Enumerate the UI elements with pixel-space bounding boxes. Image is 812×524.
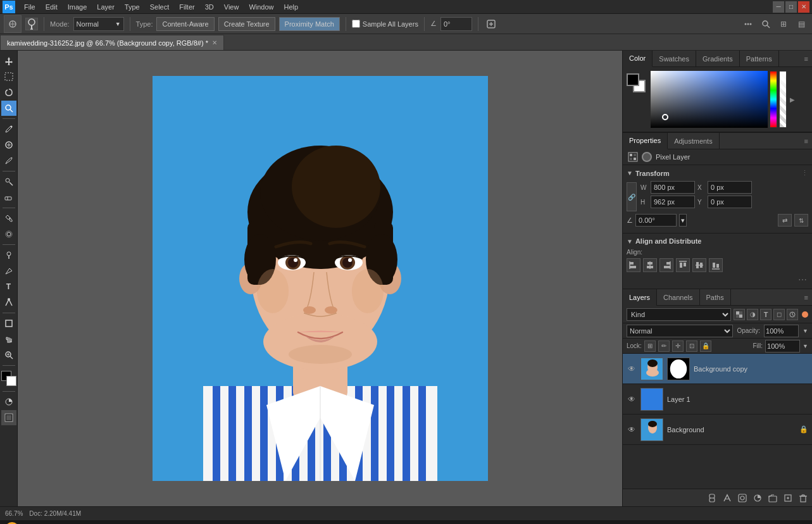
panels-toggle-button[interactable]: ⊞ [777,17,790,31]
layout-button[interactable]: ▤ [794,17,808,31]
x-input[interactable] [708,181,752,194]
tool-options-icon[interactable] [4,15,22,33]
properties-panel-more[interactable]: ≡ [801,133,812,149]
paint-bucket-tool[interactable] [1,211,16,226]
tab-adjustments[interactable]: Adjustments [668,133,720,149]
align-horizontal-centers[interactable] [643,258,657,272]
alpha-slider[interactable] [779,71,787,128]
align-more-icon[interactable]: ⋯ [627,275,808,285]
opacity-input[interactable] [764,325,799,337]
color-spectrum[interactable] [651,71,768,128]
screen-mode-button[interactable] [1,410,16,425]
flip-v-button[interactable]: ⇅ [794,214,808,227]
tab-swatches[interactable]: Swatches [653,51,696,67]
angle-input[interactable] [440,17,472,31]
color-swatches[interactable] [1,371,16,386]
layer-item-background[interactable]: 👁 Background 🔒 [623,415,812,445]
blend-mode-select[interactable]: Normal [627,325,733,337]
align-vertical-centers[interactable] [692,258,706,272]
lock-transparent-button[interactable]: ⊞ [644,340,656,352]
filter-kind-select[interactable]: Kind [627,308,731,321]
tab-close-icon[interactable]: ✕ [212,39,217,46]
height-input[interactable] [651,196,695,208]
add-mask-button[interactable] [736,492,749,504]
path-selection-tool[interactable] [1,295,16,310]
minimize-button[interactable]: ─ [773,1,784,13]
healing-brush-tool[interactable] [1,137,16,153]
color-panel-more[interactable]: ≡ [801,51,812,66]
menu-view[interactable]: View [219,2,244,12]
menu-file[interactable]: File [19,2,41,12]
healing-options-button[interactable] [484,17,498,31]
proximity-match-button[interactable]: Proximity Match [279,17,340,31]
filter-adjustment-icon[interactable]: ◑ [747,309,758,320]
blur-tool[interactable] [1,227,16,242]
tab-gradients[interactable]: Gradients [696,51,740,67]
y-input[interactable] [708,196,752,208]
clone-stamp-tool[interactable] [1,174,16,189]
move-tool[interactable] [1,53,16,68]
fill-dropdown[interactable]: ▼ [803,343,808,349]
angle-options[interactable]: ▾ [679,214,687,227]
layer-item-layer1[interactable]: 👁 Layer 1 [623,384,812,415]
menu-type[interactable]: Type [120,2,145,12]
quick-selection-tool[interactable] [1,101,16,116]
marquee-tool[interactable] [1,69,16,84]
tab-properties[interactable]: Properties [623,133,668,149]
content-aware-button[interactable]: Content-Aware [156,17,214,31]
filter-smart-icon[interactable] [787,309,798,320]
tab-paths[interactable]: Paths [700,289,731,306]
sample-all-layers-checkbox[interactable]: Sample All Layers [352,20,418,28]
lock-position-button[interactable]: ✛ [672,340,684,352]
new-group-button[interactable] [766,492,779,504]
mode-dropdown[interactable]: Normal ▼ [73,17,124,31]
background-color[interactable] [6,376,16,386]
type-tool[interactable]: T [1,279,16,294]
lock-all-button[interactable]: 🔒 [700,340,711,352]
new-fill-adjustment-button[interactable] [751,492,764,504]
link-dimensions-button[interactable]: 🔗 [627,182,637,211]
menu-layer[interactable]: Layer [92,2,120,12]
eyedropper-tool[interactable] [1,122,16,137]
document-tab[interactable]: kamiwedding-316252.jpg @ 66.7% (Backgrou… [0,35,224,50]
close-button[interactable]: ✕ [798,1,809,13]
hue-slider[interactable] [770,71,777,128]
eraser-tool[interactable] [1,190,16,205]
tab-color[interactable]: Color [623,51,653,67]
align-left-edges[interactable] [627,258,640,272]
layer-eye-background[interactable]: 👁 [627,425,637,435]
new-layer-button[interactable] [782,492,794,504]
rectangle-tool[interactable] [1,316,16,331]
menu-select[interactable]: Select [145,2,175,12]
menu-window[interactable]: Window [244,2,278,12]
hand-tool[interactable] [1,332,16,347]
delete-layer-button[interactable] [797,492,809,504]
filter-pixel-icon[interactable] [734,309,745,320]
maximize-button[interactable]: □ [785,1,797,13]
menu-edit[interactable]: Edit [41,2,63,12]
flip-h-button[interactable]: ⇄ [778,214,792,227]
create-texture-button[interactable]: Create Texture [218,17,275,31]
brush-tool-icon[interactable] [25,18,38,30]
align-bottom-edges[interactable] [709,258,723,272]
foreground-swatch[interactable] [627,73,639,86]
align-top-edges[interactable] [676,258,690,272]
width-input[interactable] [651,181,695,194]
opacity-dropdown[interactable]: ▼ [803,328,808,334]
menu-help[interactable]: Help [279,2,304,12]
tab-layers[interactable]: Layers [623,289,657,306]
menu-filter[interactable]: Filter [174,2,199,12]
menu-3d[interactable]: 3D [200,2,219,12]
transform-collapse-icon[interactable]: ▼ [627,170,633,177]
brush-tool[interactable] [1,153,16,168]
pen-tool[interactable] [1,263,16,278]
link-layers-button[interactable] [706,492,718,504]
lasso-tool[interactable] [1,85,16,100]
sample-all-layers-input[interactable] [352,20,360,28]
color-panel-expand[interactable]: ▶ [790,96,795,103]
layer-eye-layer1[interactable]: 👁 [627,394,637,404]
layer-effects-button[interactable] [721,492,734,504]
options-menu-button[interactable] [741,17,755,31]
quick-mask-button[interactable] [1,394,16,409]
lock-pixels-button[interactable]: ✏ [658,340,670,352]
